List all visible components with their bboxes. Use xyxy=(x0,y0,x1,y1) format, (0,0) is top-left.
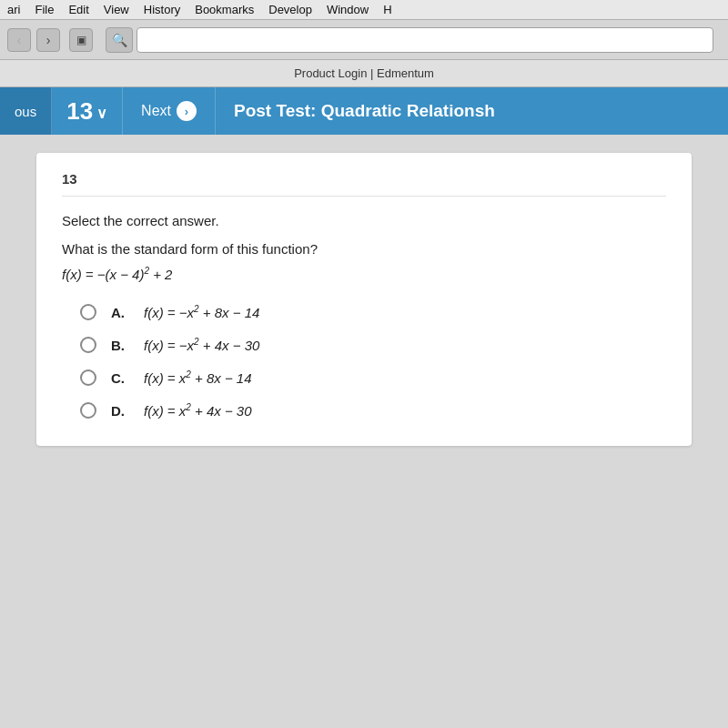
radio-c[interactable] xyxy=(80,369,96,386)
next-circle-icon: › xyxy=(177,101,197,121)
test-title: Post Test: Quadratic Relationsh xyxy=(216,101,728,121)
option-c[interactable]: C. f(x) = x2 + 8x − 14 xyxy=(80,369,666,386)
option-a-formula: f(x) = −x2 + 8x − 14 xyxy=(144,304,259,320)
option-b-label: B. xyxy=(111,338,129,353)
given-function: f(x) = −(x − 4)2 + 2 xyxy=(62,266,666,282)
sidebar-button[interactable]: ▣ xyxy=(69,28,93,52)
question-number-label: 13 xyxy=(62,171,666,197)
forward-button[interactable]: › xyxy=(36,28,60,52)
menu-bookmarks[interactable]: Bookmarks xyxy=(195,3,254,16)
chevron-down-icon: ∨ xyxy=(96,105,107,122)
instruction-text: Select the correct answer. xyxy=(62,213,666,228)
menu-history[interactable]: History xyxy=(144,3,180,16)
menu-ari[interactable]: ari xyxy=(7,3,20,16)
radio-d[interactable] xyxy=(80,402,96,419)
option-b[interactable]: B. f(x) = −x2 + 4x − 30 xyxy=(80,337,666,353)
product-bar: Product Login | Edmentum xyxy=(0,60,728,87)
forward-icon: › xyxy=(46,33,51,47)
answer-options: A. f(x) = −x2 + 8x − 14 B. f(x) = −x2 + … xyxy=(62,304,666,419)
menu-file[interactable]: File xyxy=(35,3,54,16)
url-bar[interactable] xyxy=(136,27,713,53)
option-d-formula: f(x) = x2 + 4x − 30 xyxy=(144,402,252,419)
option-a-label: A. xyxy=(111,305,129,320)
search-button[interactable]: 🔍 xyxy=(106,27,133,53)
next-button[interactable]: Next › xyxy=(122,87,216,135)
option-d-label: D. xyxy=(111,403,129,419)
previous-button[interactable]: ous xyxy=(0,87,52,135)
search-icon: 🔍 xyxy=(112,33,127,47)
question-card: 13 Select the correct answer. What is th… xyxy=(36,153,692,446)
menu-help[interactable]: H xyxy=(383,3,391,16)
menu-view[interactable]: View xyxy=(104,3,129,16)
menu-edit[interactable]: Edit xyxy=(68,3,88,16)
menu-bar: ari File Edit View History Bookmarks Dev… xyxy=(0,0,728,20)
search-area: 🔍 xyxy=(106,27,713,53)
question-num-label: 13 xyxy=(66,97,93,126)
option-c-label: C. xyxy=(111,370,129,386)
menu-develop[interactable]: Develop xyxy=(268,3,312,16)
option-b-formula: f(x) = −x2 + 4x − 30 xyxy=(144,337,259,353)
next-arrow-icon: › xyxy=(185,105,188,118)
sidebar-icon: ▣ xyxy=(76,34,86,46)
next-label: Next xyxy=(141,103,171,119)
radio-b[interactable] xyxy=(80,337,96,353)
question-text: What is the standard form of this functi… xyxy=(62,241,666,257)
radio-a[interactable] xyxy=(80,304,96,320)
option-c-formula: f(x) = x2 + 8x − 14 xyxy=(144,369,252,386)
browser-toolbar: ‹ › ▣ 🔍 xyxy=(0,20,728,60)
question-number-selector[interactable]: 13 ∨ xyxy=(52,87,122,135)
previous-label: ous xyxy=(15,104,36,119)
product-bar-text: Product Login | Edmentum xyxy=(294,66,434,80)
back-icon: ‹ xyxy=(17,33,22,47)
back-button[interactable]: ‹ xyxy=(7,28,31,52)
menu-window[interactable]: Window xyxy=(327,3,369,16)
main-content: 13 Select the correct answer. What is th… xyxy=(0,135,728,728)
option-d[interactable]: D. f(x) = x2 + 4x − 30 xyxy=(80,402,666,419)
app-nav-bar: ous 13 ∨ Next › Post Test: Quadratic Rel… xyxy=(0,87,728,135)
option-a[interactable]: A. f(x) = −x2 + 8x − 14 xyxy=(80,304,666,320)
